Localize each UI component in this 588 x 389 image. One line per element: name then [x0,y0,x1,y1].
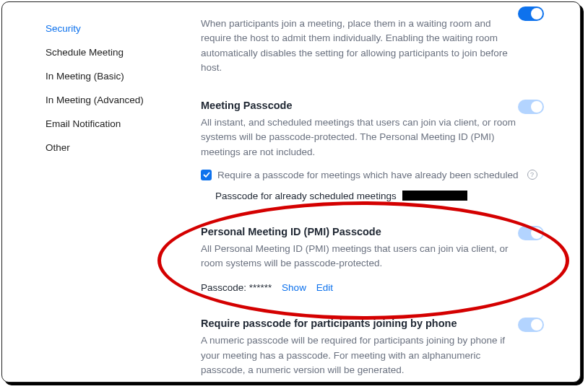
setting-title: Require passcode for participants joinin… [201,318,544,329]
passcode-label: Passcode: [201,282,246,293]
toggle-meeting-passcode[interactable] [518,100,544,114]
setting-desc: All Personal Meeting ID (PMI) meetings t… [201,242,519,271]
settings-sidebar: Security Schedule Meeting In Meeting (Ba… [2,17,147,383]
sidebar-item-schedule-meeting[interactable]: Schedule Meeting [46,40,147,64]
setting-desc: All instant, and scheduled meetings that… [201,115,519,159]
require-passcode-row: Require a passcode for meetings which ha… [201,170,544,180]
require-passcode-label: Require a passcode for meetings which ha… [217,170,519,180]
show-link[interactable]: Show [282,282,306,293]
setting-title: Personal Meeting ID (PMI) Passcode [201,226,544,237]
sidebar-item-in-meeting-advanced[interactable]: In Meeting (Advanced) [46,88,147,112]
setting-waiting-room: When participants join a meeting, place … [201,17,544,75]
toggle-phone-passcode[interactable] [518,318,544,332]
toggle-waiting-room[interactable] [518,6,544,21]
edit-link[interactable]: Edit [316,282,333,293]
sidebar-item-security[interactable]: Security [46,17,147,40]
toggle-pmi-passcode[interactable] [518,226,544,240]
setting-title: Meeting Passcode [201,100,544,111]
check-icon [203,171,210,178]
setting-meeting-passcode: Meeting Passcode All instant, and schedu… [201,100,544,201]
setting-desc: When participants join a meeting, place … [201,17,519,75]
help-icon[interactable]: ? [527,170,537,180]
scheduled-passcode-label: Passcode for already scheduled meetings [215,191,397,201]
passcode-value: ****** [249,282,272,293]
setting-pmi-passcode: Personal Meeting ID (PMI) Passcode All P… [201,226,544,294]
pmi-passcode-line: Passcode: ****** Show Edit [201,282,544,293]
sidebar-item-email-notification[interactable]: Email Notification [46,112,147,136]
settings-main: When participants join a meeting, place … [147,17,580,383]
sidebar-item-in-meeting-basic[interactable]: In Meeting (Basic) [46,64,147,88]
redacted-passcode [402,191,467,201]
setting-desc: A numeric passcode will be required for … [201,333,519,377]
scheduled-passcode-row: Passcode for already scheduled meetings [215,191,544,201]
sidebar-item-other[interactable]: Other [46,136,147,159]
checkbox-require-passcode[interactable] [201,170,212,180]
setting-phone-passcode: Require passcode for participants joinin… [201,318,544,377]
